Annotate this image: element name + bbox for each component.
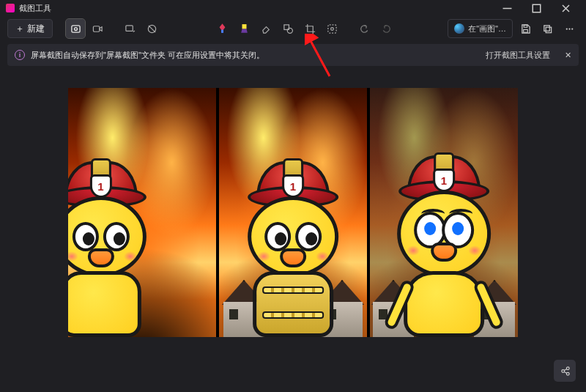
eraser-tool-button[interactable] [257,19,276,38]
copy-button[interactable] [538,19,557,38]
canvas-area[interactable]: 1 1 1 [0,66,586,392]
svg-rect-1 [71,25,79,32]
more-button[interactable] [560,19,579,38]
share-fab[interactable] [554,360,576,382]
svg-rect-7 [242,24,247,29]
snip-mode-button[interactable] [120,19,139,38]
svg-point-2 [74,27,77,30]
window-controls [492,0,580,16]
svg-point-21 [566,366,569,369]
close-button[interactable] [551,0,580,16]
notification-close-button[interactable]: ✕ [565,51,571,60]
undo-button[interactable] [355,19,374,38]
screenshot-image[interactable]: 1 1 1 [68,88,518,337]
svg-point-11 [331,27,334,30]
svg-rect-0 [533,4,541,12]
notification-bar: i 屏幕截图自动保存到"屏幕截图"文件夹 可在应用设置中将其关闭。 打开截图工具… [7,44,579,66]
color-picker-button[interactable] [323,19,342,38]
open-settings-link[interactable]: 打开截图工具设置 [486,50,550,61]
svg-point-16 [565,28,567,29]
delay-button[interactable] [142,19,161,38]
image-panel: 1 [219,88,367,337]
pen-tool-button[interactable] [213,19,232,38]
image-panel: 1 [68,88,216,337]
redo-button[interactable] [377,19,396,38]
minimize-button[interactable] [492,0,522,16]
svg-rect-3 [93,26,99,32]
open-in-paint-button[interactable]: 在"画图"… [448,19,513,38]
crop-tool-button[interactable] [301,19,320,38]
app-title: 截图工具 [19,3,51,14]
video-snip-button[interactable] [88,19,107,38]
svg-point-20 [561,369,564,372]
svg-point-9 [287,28,292,33]
app-icon [6,4,15,12]
shapes-tool-button[interactable] [279,19,298,38]
new-button[interactable]: ＋ 新建 [7,19,53,38]
svg-rect-14 [544,25,549,31]
open-in-paint-label: 在"画图"… [468,23,506,34]
svg-point-22 [566,372,569,375]
new-button-label: 新建 [27,23,45,35]
svg-point-17 [568,28,570,29]
paint-icon [454,23,464,34]
helmet-badge: 1 [89,174,111,198]
info-icon: i [15,50,25,60]
titlebar: 截图工具 [0,0,586,16]
svg-rect-15 [546,27,552,33]
maximize-button[interactable] [522,0,551,16]
highlighter-tool-button[interactable] [235,19,254,38]
helmet-badge: 1 [433,169,455,192]
image-panel: 1 [370,88,518,337]
rectangle-snip-button[interactable] [66,19,85,38]
svg-rect-10 [328,24,336,32]
notification-message: 屏幕截图自动保存到"屏幕截图"文件夹 可在应用设置中将其关闭。 [31,50,264,61]
helmet-badge: 1 [282,174,304,198]
svg-rect-6 [221,29,223,32]
svg-rect-4 [125,25,132,31]
share-icon [560,366,571,377]
svg-rect-12 [523,29,527,32]
svg-point-18 [571,28,573,29]
svg-rect-13 [524,25,527,27]
plus-icon: ＋ [15,23,24,35]
toolbar: ＋ 新建 在"画图"… [0,16,586,41]
save-button[interactable] [516,19,535,38]
